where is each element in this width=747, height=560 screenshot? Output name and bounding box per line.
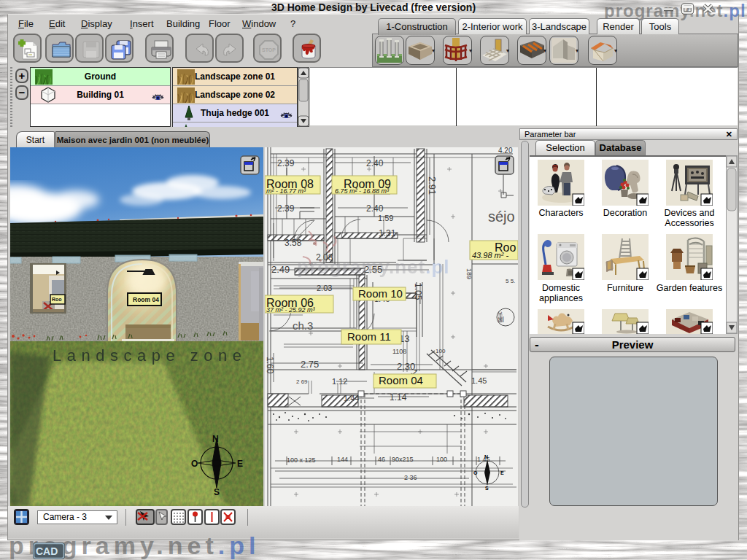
svg-text:144: 144 xyxy=(337,456,348,463)
svg-text:3 99: 3 99 xyxy=(497,311,503,323)
svg-text:E: E xyxy=(237,459,243,469)
svg-text:1.14: 1.14 xyxy=(390,392,407,402)
svg-text:Room 10: Room 10 xyxy=(358,287,403,300)
svg-text:2.40: 2.40 xyxy=(366,158,384,168)
svg-text:100 x 125: 100 x 125 xyxy=(287,456,316,464)
svg-text:N: N xyxy=(212,434,219,444)
svg-text:37 m² - 25.92 m³: 37 m² - 25.92 m³ xyxy=(266,306,316,314)
svg-text:2.39: 2.39 xyxy=(277,203,295,214)
svg-text:N: N xyxy=(484,454,488,459)
svg-text:O: O xyxy=(191,459,198,469)
svg-text:2 36: 2 36 xyxy=(404,474,417,481)
svg-text:1.31: 1.31 xyxy=(379,228,396,238)
svg-text:programy.net.pl: programy.net.pl xyxy=(297,256,450,278)
svg-text:1.44: 1.44 xyxy=(344,394,359,402)
svg-text:2.39: 2.39 xyxy=(277,158,295,168)
svg-text:STOP: STOP xyxy=(262,47,276,52)
svg-text:1.45: 1.45 xyxy=(471,376,487,385)
svg-text:1.60: 1.60 xyxy=(265,357,275,374)
svg-text:ch.3: ch.3 xyxy=(293,319,313,332)
svg-text:4.20: 4.20 xyxy=(498,147,513,155)
svg-text:Room 11: Room 11 xyxy=(347,330,391,343)
svg-text:1.05: 1.05 xyxy=(413,283,423,300)
svg-text:2.91: 2.91 xyxy=(427,176,438,195)
svg-text:2 69: 2 69 xyxy=(296,378,308,385)
svg-text:1108: 1108 xyxy=(392,348,406,355)
svg-text:Landscape zone: Landscape zone xyxy=(53,346,247,365)
svg-text:2.49: 2.49 xyxy=(271,264,290,275)
svg-text:Room 04: Room 04 xyxy=(133,296,159,303)
svg-text:46: 46 xyxy=(378,456,385,463)
svg-text:CAD: CAD xyxy=(36,545,58,557)
svg-text:m² - 16.77 m³: m² - 16.77 m³ xyxy=(266,187,306,195)
svg-text:189: 189 xyxy=(465,268,473,279)
svg-text:43.98 m² -: 43.98 m² - xyxy=(472,251,508,260)
svg-text:E: E xyxy=(500,470,504,475)
svg-text:6.75 m² - 16.88 m³: 6.75 m² - 16.88 m³ xyxy=(335,187,390,195)
svg-text:3.58: 3.58 xyxy=(285,238,302,248)
svg-text:2.03: 2.03 xyxy=(317,284,332,292)
svg-text:O: O xyxy=(473,470,478,475)
svg-text:100: 100 xyxy=(436,456,447,463)
svg-text:2.75: 2.75 xyxy=(301,359,319,370)
svg-text:100: 100 xyxy=(436,348,446,354)
svg-text:S: S xyxy=(214,487,220,497)
svg-text:2.40: 2.40 xyxy=(366,203,384,214)
svg-text:5 5.: 5 5. xyxy=(506,278,515,284)
svg-text:S: S xyxy=(485,486,489,491)
svg-text:90x215: 90x215 xyxy=(392,456,414,463)
svg-text:Roo: Roo xyxy=(52,297,62,302)
svg-text:1.59: 1.59 xyxy=(378,214,393,222)
svg-text:séjo: séjo xyxy=(488,209,515,225)
svg-text:Room 04: Room 04 xyxy=(379,374,423,386)
svg-text:1.12: 1.12 xyxy=(332,377,347,386)
